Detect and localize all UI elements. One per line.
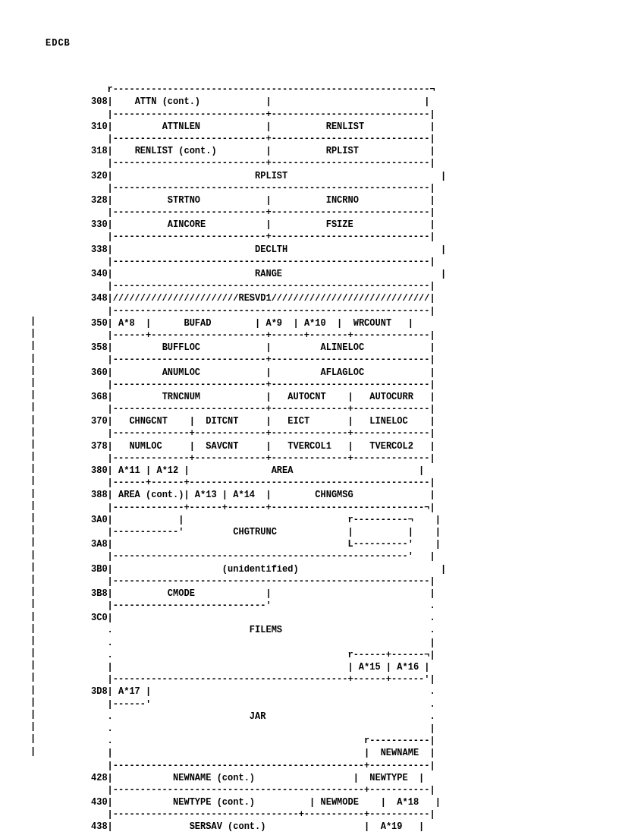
- control-block-diagram: r---------------------------------------…: [91, 71, 598, 835]
- change-bar: | | | | | | | | | | | | | | | | | | | | …: [30, 315, 36, 758]
- page-header: EDCB: [46, 38, 598, 49]
